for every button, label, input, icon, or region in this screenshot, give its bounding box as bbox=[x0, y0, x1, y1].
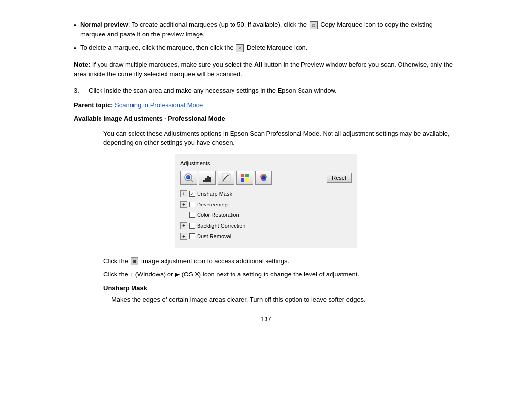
normal-preview-text: : To create additional marquees (up to 5… bbox=[128, 21, 307, 28]
unsharp-mask-description: Makes the edges of certain image areas c… bbox=[111, 295, 458, 305]
color-correct-icon bbox=[259, 173, 268, 183]
bullet-dot-1: • bbox=[74, 20, 76, 31]
curves-icon-btn[interactable] bbox=[218, 171, 234, 185]
histogram-icon bbox=[202, 173, 212, 183]
page-number: 137 bbox=[74, 314, 458, 324]
adjustments-icons-row: Reset bbox=[180, 171, 352, 185]
page-content: • Normal preview: To create additional m… bbox=[74, 20, 458, 324]
color-restoration-checkbox[interactable] bbox=[189, 212, 195, 218]
histogram-icon-btn[interactable] bbox=[199, 171, 216, 185]
backlight-correction-checkbox[interactable] bbox=[189, 223, 195, 229]
parent-topic-link[interactable]: Scanning in Professional Mode bbox=[115, 102, 203, 109]
bullet-text-2: To delete a marquee, click the marquee, … bbox=[80, 43, 458, 53]
click-plus-text: Click the + (Windows) or ▶ (OS X) icon n… bbox=[103, 270, 458, 279]
step-3-text: Click inside the scan area and make any … bbox=[89, 86, 337, 96]
color-restoration-row: Color Restoration bbox=[189, 211, 352, 219]
normal-preview-bold: Normal preview bbox=[80, 21, 128, 28]
step-3: 3. Click inside the scan area and make a… bbox=[74, 86, 458, 96]
bullet-dot-2: • bbox=[74, 43, 76, 54]
backlight-correction-plus[interactable]: + bbox=[180, 222, 187, 229]
backlight-correction-label: Backlight Correction bbox=[197, 222, 245, 230]
click-text1: Click the bbox=[103, 257, 128, 265]
svg-rect-3 bbox=[203, 180, 205, 182]
color-balance-icon bbox=[240, 173, 250, 183]
svg-line-1 bbox=[191, 180, 193, 182]
descreening-row: + Descreening bbox=[180, 201, 352, 209]
color-restoration-label: Color Restoration bbox=[197, 211, 239, 219]
parent-topic-label: Parent topic: bbox=[74, 102, 113, 109]
click-text2: image adjustment icon to access addition… bbox=[141, 257, 289, 265]
color-correct-icon-btn[interactable] bbox=[255, 171, 272, 185]
unsharp-mask-label: Unsharp Mask bbox=[197, 190, 232, 198]
color-balance-icon-btn[interactable] bbox=[236, 171, 253, 185]
svg-rect-12 bbox=[245, 178, 249, 182]
unsharp-mask-checkbox[interactable]: ✓ bbox=[189, 191, 195, 197]
step-3-number: 3. bbox=[74, 86, 89, 96]
delete-text: To delete a marquee, click the marquee, … bbox=[80, 44, 233, 51]
svg-rect-10 bbox=[245, 174, 249, 177]
descreening-checkbox[interactable] bbox=[189, 202, 195, 207]
svg-rect-6 bbox=[209, 177, 211, 182]
bullet-list: • Normal preview: To create additional m… bbox=[74, 20, 458, 54]
unsharp-mask-plus[interactable]: + bbox=[180, 190, 187, 197]
unsharp-mask-row: + ✓ Unsharp Mask bbox=[180, 190, 352, 198]
parent-topic: Parent topic: Scanning in Professional M… bbox=[74, 101, 458, 110]
note-bold-word: All bbox=[254, 61, 263, 68]
copy-marquee-icon: □ bbox=[310, 21, 318, 29]
svg-rect-11 bbox=[241, 178, 244, 182]
unsharp-mask-heading: Unsharp Mask bbox=[103, 283, 458, 293]
dust-removal-checkbox[interactable] bbox=[189, 233, 195, 239]
click-image-adj-text: Click the ⊞ image adjustment icon to acc… bbox=[103, 256, 458, 266]
description-text: You can select these Adjustments options… bbox=[103, 129, 458, 148]
bullet-delete-marquee: • To delete a marquee, click the marquee… bbox=[74, 43, 458, 54]
backlight-correction-row: + Backlight Correction bbox=[180, 222, 352, 230]
dust-removal-plus[interactable]: + bbox=[180, 233, 187, 240]
svg-rect-4 bbox=[205, 178, 207, 182]
section-heading: Available Image Adjustments - Profession… bbox=[74, 114, 458, 124]
bullet-normal-preview: • Normal preview: To create additional m… bbox=[74, 20, 458, 39]
dust-removal-row: + Dust Removal bbox=[180, 232, 352, 240]
curves-icon bbox=[221, 173, 231, 183]
svg-point-2 bbox=[186, 175, 190, 179]
svg-point-15 bbox=[261, 176, 266, 181]
note-label: Note: bbox=[74, 61, 90, 68]
note-body: If you draw multiple marquees, make sure… bbox=[92, 61, 252, 68]
descreening-plus[interactable]: + bbox=[180, 201, 187, 208]
descreening-label: Descreening bbox=[197, 201, 228, 209]
adjustments-title: Adjustments bbox=[180, 159, 352, 168]
dust-removal-label: Dust Removal bbox=[197, 232, 231, 240]
delete-suffix: Delete Marquee icon. bbox=[247, 44, 308, 51]
svg-rect-5 bbox=[207, 176, 209, 182]
reset-button[interactable]: Reset bbox=[327, 173, 352, 183]
delete-marquee-icon: ✕ bbox=[236, 44, 244, 52]
bullet-text-1: Normal preview: To create additional mar… bbox=[80, 20, 458, 39]
magnify-color-icon bbox=[184, 173, 194, 183]
svg-rect-9 bbox=[241, 174, 244, 177]
adjustments-panel: Adjustments bbox=[175, 154, 357, 248]
image-adjustment-icon: ⊞ bbox=[131, 257, 138, 265]
note-block: Note: If you draw multiple marquees, mak… bbox=[74, 60, 458, 79]
magnify-color-icon-btn[interactable] bbox=[180, 171, 197, 185]
